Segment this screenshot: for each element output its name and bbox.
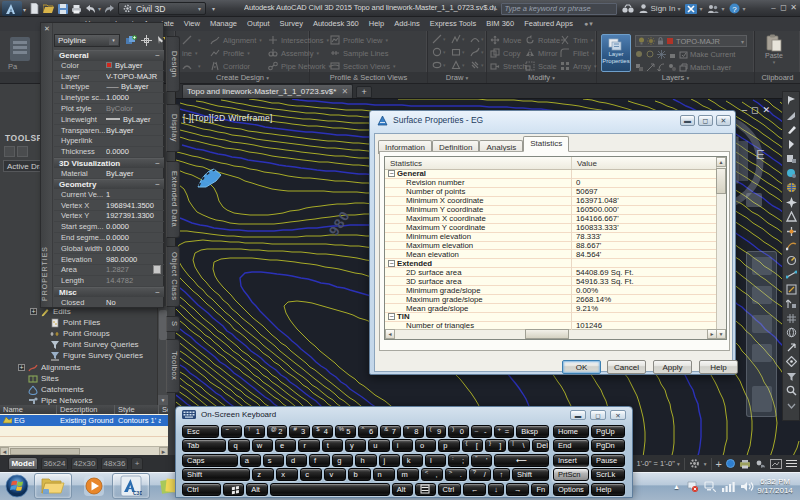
property-row[interactable]: Linetype sc...1.0000 — [54, 93, 164, 104]
osk-key-x[interactable]: x — [276, 468, 298, 481]
psv-panel-label[interactable]: Profile & Section Views — [310, 72, 427, 83]
scroll-left-icon[interactable]: ◄ — [385, 329, 395, 339]
osk-key-a[interactable]: a — [240, 454, 261, 467]
qat-redo-icon[interactable] — [103, 2, 116, 15]
scroll-thumb[interactable] — [10, 448, 80, 455]
property-row[interactable]: LineweightByLayer — [54, 114, 164, 125]
layout-tab[interactable]: 36x24 — [41, 457, 68, 470]
statistics-column-header[interactable]: Statistics — [385, 157, 571, 169]
osk-key-Esc[interactable]: Esc — [182, 425, 219, 438]
layer-off-icon[interactable] — [635, 50, 644, 59]
osk-key-↑[interactable]: ↑ — [493, 468, 510, 481]
collapse-section-icon[interactable]: − — [155, 180, 160, 189]
isolate-objects-icon[interactable] — [755, 459, 766, 469]
infocenter-search-input[interactable] — [501, 3, 617, 15]
dialog-button[interactable]: OK — [562, 360, 601, 374]
navbar-motion-button[interactable] — [752, 386, 772, 412]
tree-expand-icon[interactable]: + — [30, 308, 37, 315]
osk-key-←[interactable]: ← — [463, 483, 486, 496]
ribbon-item[interactable]: Corridor — [210, 60, 253, 72]
osk-close-icon[interactable]: ✕ — [610, 410, 626, 420]
osk-key-→[interactable]: → — [506, 483, 529, 496]
osk-key-Help[interactable]: Help — [591, 483, 625, 496]
osk-key-Fn[interactable]: Fn — [531, 483, 549, 496]
ribbon-item-stub[interactable]: ine▾ — [182, 47, 198, 59]
toolbar-point-flag2-icon[interactable] — [785, 109, 798, 123]
ribbon-item-stub[interactable]: ▾ — [182, 60, 201, 72]
start-button[interactable] — [2, 473, 32, 499]
layer-dropdown[interactable]: TOPO-MAJR ▾ — [635, 35, 747, 47]
toolbar-survey-point-icon[interactable] — [785, 167, 798, 181]
toolbar-station-icon[interactable] — [785, 196, 798, 210]
dialog-button[interactable]: Apply — [653, 360, 692, 374]
layer-merge-icon[interactable] — [668, 63, 677, 72]
osk-key-2[interactable]: @2 — [267, 425, 288, 438]
toolbar-grid-icon[interactable] — [785, 312, 798, 326]
osk-key-space[interactable] — [270, 483, 390, 496]
osk-key-Del[interactable]: Del — [532, 439, 549, 452]
palette-titlebar[interactable]: ✕ PROPERTIES — [41, 23, 53, 307]
layer-prev-icon[interactable] — [657, 63, 666, 72]
draw-tool-icon[interactable]: ▾ — [432, 34, 446, 44]
osk-key-Options[interactable]: Options — [553, 483, 589, 496]
layer-walk-icon[interactable] — [635, 63, 644, 72]
toolbar-angle-icon[interactable] — [785, 210, 798, 224]
new-drawing-tab-button[interactable]: + — [356, 86, 372, 98]
scroll-down-icon[interactable]: ▼ — [716, 329, 726, 339]
palette-side-tab[interactable]: S — [166, 316, 180, 332]
osk-minimize-icon[interactable]: ▬ — [570, 410, 586, 420]
osk-key-i[interactable]: i — [392, 439, 413, 452]
ribbon-item[interactable]: Scale — [525, 60, 560, 72]
table-hscrollbar[interactable]: ◄ ► — [385, 329, 717, 339]
ribbon-item[interactable]: Trim▾ — [560, 34, 593, 46]
quick-select-icon[interactable] — [156, 35, 165, 46]
taskbar-clock[interactable]: 6:32 PM 9/17/2014 — [752, 473, 798, 499]
navbar-steering-button[interactable] — [752, 344, 772, 362]
draw-tool-icon[interactable]: ▾ — [451, 60, 465, 70]
layout-tab[interactable]: 48x36 — [101, 457, 128, 470]
ribbon-tab[interactable]: Express Tools — [425, 17, 482, 31]
qat-save-icon[interactable] — [56, 2, 69, 15]
property-row[interactable]: Area1.2827 — [54, 265, 164, 276]
draw-tool-icon[interactable]: ▾ — [432, 47, 446, 57]
osk-key-Shift[interactable]: Shift — [512, 468, 549, 481]
osk-key-d[interactable]: d — [286, 454, 307, 467]
toolbar-distance-icon[interactable] — [785, 268, 798, 282]
action-center-icon[interactable] — [686, 480, 698, 492]
file-tab[interactable]: Topo and linework-Master_1_1_0723.sv$* ✕ — [182, 84, 353, 98]
toolbar-flag3-icon[interactable] — [785, 138, 798, 152]
layer-isolate-icon[interactable] — [646, 50, 655, 59]
annotation-scale-label[interactable]: 1'-0" = 1'-0" ▾ — [637, 459, 680, 468]
osk-key-k[interactable]: k — [402, 454, 423, 467]
osk-key-o[interactable]: o — [415, 439, 436, 452]
palette-side-tab[interactable]: Extended Data — [166, 161, 180, 238]
scroll-right-icon[interactable]: ► — [159, 447, 168, 455]
osk-key-e[interactable]: e — [275, 439, 296, 452]
osk-key-4[interactable]: $4 — [312, 425, 333, 438]
osk-key-7[interactable]: &7 — [380, 425, 401, 438]
osk-key-[[interactable]: {[ — [462, 439, 483, 452]
osk-key-8[interactable]: *8 — [403, 425, 424, 438]
layer-sun-icon[interactable] — [647, 37, 655, 45]
collapse-section-icon[interactable]: − — [155, 159, 160, 168]
osk-key-9[interactable]: (9 — [426, 425, 447, 438]
qat-open-icon[interactable] — [42, 2, 55, 15]
toolbar-latlon-icon[interactable] — [785, 326, 798, 340]
navigation-bar[interactable] — [746, 251, 777, 417]
property-row[interactable]: Length14.4782 — [54, 276, 164, 287]
tray-plus-icon[interactable]: + — [716, 458, 722, 470]
property-row[interactable]: ClosedNo — [54, 297, 164, 307]
match-layer-label[interactable]: Match Layer — [690, 63, 731, 72]
area-calculator-icon[interactable] — [153, 265, 161, 274]
ribbon-tab[interactable]: BIM 360 — [481, 17, 519, 31]
osk-key-PrtScn[interactable]: PrtScn — [553, 468, 589, 481]
collapse-section-icon[interactable]: − — [155, 288, 160, 297]
osk-key-End[interactable]: End — [553, 439, 589, 452]
ribbon-minimize-toggle[interactable]: ●▾ — [584, 17, 594, 31]
osk-key-c[interactable]: c — [300, 468, 322, 481]
draw-tool-icon[interactable]: ▾ — [470, 34, 484, 44]
osk-key-win[interactable] — [223, 483, 244, 496]
help-icon[interactable]: ?▾ — [729, 3, 745, 14]
ribbon-item[interactable]: Stretch — [490, 60, 530, 72]
ribbon-tab[interactable]: Survey — [275, 17, 308, 31]
